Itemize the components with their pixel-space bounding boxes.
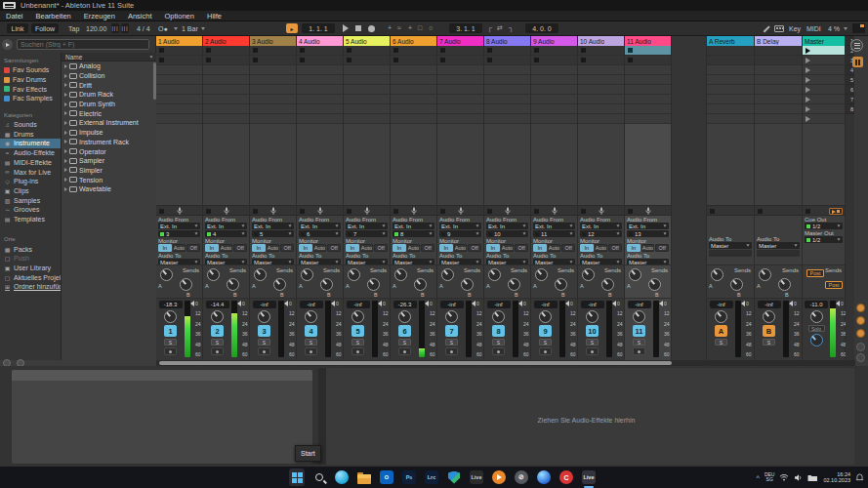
stop-clip-button[interactable] xyxy=(253,209,258,214)
overdub-icon[interactable]: + xyxy=(388,24,392,31)
monitor-auto-button[interactable]: Auto xyxy=(501,244,515,252)
clip-stop-icon[interactable] xyxy=(581,48,586,53)
clip-slot[interactable] xyxy=(297,56,343,65)
monitor-auto-button[interactable]: Auto xyxy=(454,244,468,252)
send-a-knob[interactable] xyxy=(711,268,723,281)
browser-sphere-icon[interactable] xyxy=(536,469,552,485)
audio-track-strip[interactable]: 3 Audio Audio From Ext. In 5 Monitor In … xyxy=(250,36,297,360)
pan-knob[interactable] xyxy=(398,310,411,323)
solo-button[interactable]: S xyxy=(492,339,505,346)
input-channel-chooser[interactable]: 7 xyxy=(346,230,388,237)
input-channel-chooser[interactable]: 6 xyxy=(299,230,341,237)
monitor-in-button[interactable]: In xyxy=(533,244,547,252)
input-channel-chooser[interactable]: 4 xyxy=(205,230,247,237)
io-overload-icon[interactable] xyxy=(852,57,863,67)
metronome-menu-caret[interactable] xyxy=(174,27,178,30)
list-header[interactable]: Name xyxy=(62,53,156,61)
audio-track-strip[interactable]: 9 Audio Audio From Ext. In 11 Monitor In… xyxy=(531,36,578,360)
clip-stop-icon[interactable] xyxy=(534,48,539,53)
return-track-strip[interactable]: A Reverb Audio To Master Sends A B -inf xyxy=(707,36,755,360)
volume-display[interactable]: -inf xyxy=(487,301,511,308)
cue-volume-knob[interactable] xyxy=(810,334,823,346)
track-activator-button[interactable]: 4 xyxy=(305,325,317,337)
device-list-item[interactable]: Electric xyxy=(62,108,156,118)
media-player-icon[interactable] xyxy=(491,469,507,485)
scene-number[interactable]: 6 xyxy=(846,85,854,95)
scene-launch-button[interactable] xyxy=(803,75,845,85)
clip-slot-grid[interactable] xyxy=(437,46,483,124)
clip-slot[interactable] xyxy=(203,75,249,85)
scene-number[interactable]: 8 xyxy=(846,104,854,114)
monitor-in-button[interactable]: In xyxy=(205,244,219,252)
clip-slot[interactable] xyxy=(391,95,436,104)
volume-display[interactable]: -inf xyxy=(581,301,604,308)
scene-launch-button[interactable] xyxy=(803,56,845,65)
send-a-knob[interactable] xyxy=(394,268,407,281)
clip-slot-grid[interactable] xyxy=(344,46,390,124)
input-channel-chooser[interactable]: 3 xyxy=(158,230,200,237)
send-b-knob[interactable] xyxy=(555,278,567,291)
audio-track-strip[interactable]: 5 Audio Audio From Ext. In 7 Monitor In … xyxy=(344,36,391,360)
tap-tempo-button[interactable]: Tap xyxy=(68,25,79,32)
category-item[interactable]: ∞Max for Live xyxy=(0,167,61,177)
clip-slot[interactable] xyxy=(156,104,202,114)
send-b-knob[interactable] xyxy=(508,278,520,291)
start-button[interactable] xyxy=(289,469,305,485)
clip-slot-grid[interactable] xyxy=(391,46,436,124)
device-list-item[interactable]: Wavetable xyxy=(62,184,156,194)
device-list-item[interactable]: Analog xyxy=(62,61,156,71)
clip-slot[interactable] xyxy=(531,75,577,85)
return-activator-button[interactable]: A xyxy=(715,325,727,337)
tray-chevron-icon[interactable]: ^ xyxy=(757,474,760,481)
clip-stop-icon[interactable] xyxy=(581,58,586,62)
scene-launch-button[interactable] xyxy=(803,104,845,114)
device-list-item[interactable]: Instrument Rack xyxy=(62,138,156,147)
pan-knob[interactable] xyxy=(305,310,317,323)
return-header[interactable]: A Reverb xyxy=(707,36,754,46)
send-a-knob[interactable] xyxy=(582,268,595,281)
return-stop-row[interactable] xyxy=(707,205,754,216)
category-item[interactable]: ≈Audio-Effekte xyxy=(0,148,61,158)
hscroll-thumb[interactable] xyxy=(159,361,672,365)
track-header[interactable]: 4 Audio xyxy=(297,36,343,46)
scene-number[interactable]: 7 xyxy=(846,95,854,104)
place-item[interactable]: ▢Aktuelles Projekt xyxy=(0,272,61,282)
cpu-caret[interactable] xyxy=(844,27,847,30)
clip-slot[interactable] xyxy=(250,95,296,104)
send-a-knob[interactable] xyxy=(441,268,454,281)
monitor-off-button[interactable]: Off xyxy=(468,244,481,252)
monitor-off-button[interactable]: Off xyxy=(655,244,669,252)
fader-handle[interactable] xyxy=(425,301,429,306)
clip-slot[interactable] xyxy=(578,46,624,56)
loop-length-display[interactable]: 4. 0. 0 xyxy=(525,23,558,33)
show-mixer-toggle[interactable] xyxy=(856,343,865,351)
back-to-arrangement-icon[interactable] xyxy=(829,208,844,215)
clip-slot[interactable] xyxy=(391,104,436,114)
send-a-knob[interactable] xyxy=(254,268,267,281)
audio-track-strip[interactable]: 6 Audio Audio From Ext. In 8 Monitor In … xyxy=(391,36,437,360)
menu-item[interactable]: Hilfe xyxy=(207,12,222,20)
pan-knob[interactable] xyxy=(258,310,270,323)
monitor-in-button[interactable]: In xyxy=(346,244,359,252)
clip-slot[interactable] xyxy=(344,104,390,114)
clip-slot[interactable] xyxy=(625,85,671,95)
clip-slot[interactable] xyxy=(437,65,483,75)
input-type-chooser[interactable]: Ext. In xyxy=(205,223,247,229)
search-input[interactable] xyxy=(17,39,149,50)
category-item[interactable]: ◉Instrumente xyxy=(0,139,61,148)
input-channel-chooser[interactable]: 11 xyxy=(533,230,575,237)
audio-track-strip[interactable]: 11 Audio Audio From Ext. In 13 Monitor I… xyxy=(625,36,672,360)
cue-out-chooser[interactable]: 1/2 xyxy=(805,223,843,229)
play-button[interactable] xyxy=(343,24,349,32)
clip-stop-row[interactable] xyxy=(156,205,202,216)
clip-slot[interactable] xyxy=(344,95,390,104)
clip-stop-icon[interactable] xyxy=(159,48,164,53)
master-volume-display[interactable]: -11.0 xyxy=(805,301,828,308)
clip-stop-icon[interactable] xyxy=(393,48,398,53)
device-list-item[interactable]: External Instrument xyxy=(62,118,156,128)
monitor-in-button[interactable]: In xyxy=(252,244,266,252)
clip-stop-row[interactable] xyxy=(531,205,577,216)
clip-slot[interactable] xyxy=(578,56,624,65)
track-activator-button[interactable]: 8 xyxy=(492,325,505,337)
input-channel-chooser[interactable]: 13 xyxy=(627,230,669,237)
